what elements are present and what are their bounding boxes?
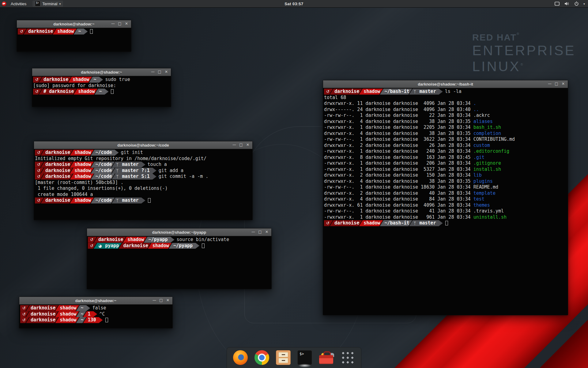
window-controls: —□✕ xyxy=(110,21,131,27)
terminal-content[interactable]: ↺darknoiseshadow~false↺darknoiseshadow~1… xyxy=(19,305,172,328)
prompt-line: ↺# darknoiseshadow~ xyxy=(33,89,170,95)
close-button[interactable]: ✕ xyxy=(165,298,171,303)
close-button[interactable]: ✕ xyxy=(164,69,169,75)
close-button[interactable]: ✕ xyxy=(124,21,129,27)
prompt-segment: ~/code xyxy=(91,197,115,204)
dock-item-app-grid[interactable] xyxy=(340,350,355,365)
clock[interactable]: Sat 03:57 xyxy=(285,2,303,6)
close-button[interactable]: ✕ xyxy=(264,229,270,235)
window-titlebar[interactable]: darknoise@shadow:~/bash-it —□✕ xyxy=(323,80,568,88)
terminal-cursor[interactable] xyxy=(111,89,114,94)
output-text: -rwxrwxr-x. 1 darknoise darknoise 206 Ja… xyxy=(324,160,473,167)
dock-item-toolbox[interactable] xyxy=(319,350,334,365)
output-line: -rwxrwxr-x. 1 darknoise darknoise 961 Ja… xyxy=(324,214,567,220)
activities-button[interactable]: Activities xyxy=(8,1,29,7)
maximize-button[interactable]: □ xyxy=(554,81,559,87)
terminal-content[interactable]: ↺darknoiseshadow~/pyappsource bin/activa… xyxy=(87,236,271,289)
prompt-segment: darknoise xyxy=(41,197,73,204)
prompt-segment: darknoise xyxy=(41,168,73,174)
dock-item-chrome-browser[interactable] xyxy=(254,350,269,365)
prompt-segment: ᛘ master ?:1 xyxy=(112,168,156,174)
maximize-button[interactable]: □ xyxy=(158,298,164,303)
power-icon[interactable] xyxy=(574,1,579,6)
rhel-wordmark-line1: RED HAT® xyxy=(472,32,576,43)
minimize-button[interactable]: — xyxy=(251,229,256,235)
terminal-cursor[interactable] xyxy=(445,221,448,225)
git-branch-icon: ᛘ xyxy=(116,197,119,204)
file-name: uninstall.sh xyxy=(473,214,507,220)
output-line: total 68 xyxy=(324,95,567,101)
app-grid-icon xyxy=(341,351,355,365)
window-controls: —□✕ xyxy=(547,81,568,87)
minimize-button[interactable]: — xyxy=(232,142,237,148)
maximize-button[interactable]: □ xyxy=(238,142,244,148)
dock-item-file-manager[interactable] xyxy=(276,350,291,365)
dock-item-firefox-browser[interactable] xyxy=(233,350,248,365)
terminal-cursor[interactable] xyxy=(148,198,151,203)
minimize-button[interactable]: — xyxy=(150,69,156,75)
prompt-segment: shadow xyxy=(55,317,79,323)
top-bar: Activities $> Terminal ▾ Sat 03:57 ▾ xyxy=(0,0,588,8)
output-line: drwxrwxr-x. 2 darknoise darknoise 150 Ja… xyxy=(324,172,567,178)
window-titlebar[interactable]: darknoise@shadow:~ —□✕ xyxy=(32,68,171,76)
maximize-button[interactable]: □ xyxy=(257,229,263,235)
prompt-segment: 130 xyxy=(83,317,103,323)
git-branch-icon: ᛘ xyxy=(116,162,119,168)
dock-item-terminal[interactable]: $> xyxy=(297,350,312,365)
output-line: -rwxrwxr-x. 1 darknoise darknoise 5327 J… xyxy=(324,167,567,173)
git-branch-icon: ᛘ xyxy=(414,220,416,226)
maximize-button[interactable]: □ xyxy=(117,21,123,27)
output-line: [sudo] password for darknoise: xyxy=(33,83,170,89)
registered-mark: ® xyxy=(517,32,520,36)
output-line: drwxrwxr-x. 4 darknoise darknoise 38 Jan… xyxy=(324,131,567,137)
output-line: -rwxrwxr-x. 1 darknoise darknoise 2205 J… xyxy=(324,125,567,131)
output-text: drwxrwxr-x. 4 darknoise darknoise 38 Jan… xyxy=(324,119,473,125)
minimize-button[interactable]: — xyxy=(110,21,116,27)
terminal-cursor[interactable] xyxy=(105,318,108,322)
window-titlebar[interactable]: darknoise@shadow:~ —□✕ xyxy=(19,297,172,305)
minimize-button[interactable]: — xyxy=(152,298,157,303)
output-line: drwx------. 24 darknoise darknoise 4096 … xyxy=(324,107,567,113)
firefox-browser-icon xyxy=(233,350,248,365)
file-name: CONTRIBUTING.md xyxy=(473,136,515,143)
output-text: [master (root-commit) 50bcb63] . xyxy=(35,180,123,186)
chevron-down-icon[interactable]: ▾ xyxy=(583,2,585,6)
prompt-segment: shadow xyxy=(123,237,147,243)
terminal-content[interactable]: ↺darknoiseshadow~sudo true[sudo] passwor… xyxy=(32,76,171,107)
terminal-content[interactable]: ↺darknoiseshadow~/codegit initInitialize… xyxy=(34,149,252,220)
output-line: 1 file changed, 0 insertions(+), 0 delet… xyxy=(35,186,252,192)
output-text: drwxrwxr-x. 61 darknoise darknoise 4096 … xyxy=(324,202,473,209)
window-titlebar[interactable]: darknoise@shadow:~ —□✕ xyxy=(17,20,131,28)
notification-tray-icon[interactable] xyxy=(554,1,560,6)
volume-icon[interactable] xyxy=(564,1,570,6)
redhat-icon: ↺ xyxy=(37,174,40,180)
terminal-content[interactable]: ↺darknoiseshadow~ xyxy=(17,28,131,52)
prompt-line: ↺◕ pyappdarknoiseshadow~/pyapp xyxy=(88,243,271,249)
terminal-cursor[interactable] xyxy=(202,243,205,248)
terminal-content[interactable]: ↺darknoiseshadow~/bash-itᛘ masterls -lat… xyxy=(323,88,568,315)
app-menu-terminal[interactable]: $> Terminal ▾ xyxy=(32,1,63,7)
file-name: install.sh xyxy=(473,167,501,173)
close-button[interactable]: ✕ xyxy=(560,81,566,87)
command-text: false xyxy=(92,305,106,311)
redhat-icon: ↺ xyxy=(90,243,93,249)
file-name: README.md xyxy=(473,184,498,190)
output-line: -rw-rw-r--. 1 darknoise darknoise 18630 … xyxy=(324,184,567,190)
terminal-window: darknoise@shadow:~ —□✕ ↺darknoiseshadow~… xyxy=(32,68,171,107)
file-name: .gitignore xyxy=(473,160,501,167)
maximize-button[interactable]: □ xyxy=(157,69,162,75)
rhel-wordmark: RED HAT® ENTERPRISE LINUX® xyxy=(472,32,576,75)
prompt-segment: shadow xyxy=(70,168,94,174)
command-text: git commit -a -m . xyxy=(159,174,209,180)
output-line: drwxrwxr-x. 4 darknoise darknoise 84 Jan… xyxy=(324,196,567,202)
python-venv-icon: ◕ xyxy=(98,243,102,249)
prompt-segment: ~/bash-it xyxy=(380,220,412,226)
window-titlebar[interactable]: darknoise@shadow:~/code —□✕ xyxy=(34,141,252,149)
prompt-line: ↺darknoiseshadow~sudo true xyxy=(33,77,170,83)
window-titlebar[interactable]: darknoise@shadow:~/pyapp —□✕ xyxy=(87,228,271,236)
minimize-button[interactable]: — xyxy=(547,81,552,87)
terminal-cursor[interactable] xyxy=(90,29,93,34)
close-button[interactable]: ✕ xyxy=(245,142,251,148)
prompt-line: ↺darknoiseshadow~/codeᛘ master ?:1git ad… xyxy=(35,168,252,174)
redhat-icon: ↺ xyxy=(37,162,40,168)
